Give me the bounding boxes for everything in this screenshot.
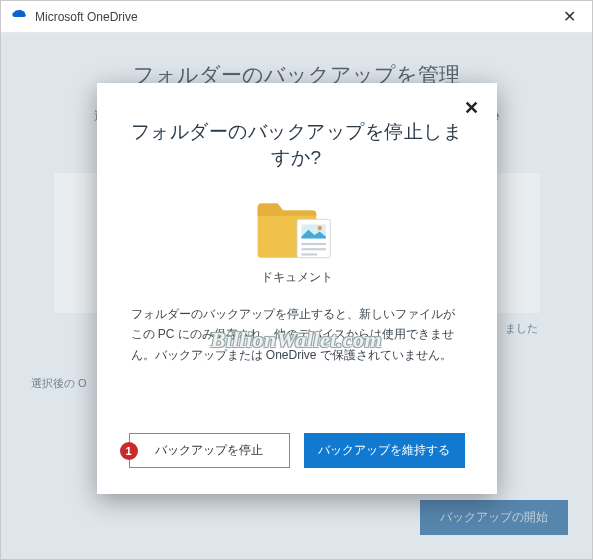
dialog-body-text: フォルダーのバックアップを停止すると、新しいファイルがこの PC にのみ保存され…	[129, 304, 465, 365]
folder-graphic: ドキュメント	[129, 193, 465, 286]
stop-button-label: バックアップを停止	[155, 443, 263, 457]
stop-backup-dialog: ✕ フォルダーのバックアップを停止しますか? ドキュメント フォルダーのバックア…	[97, 83, 497, 494]
dialog-button-row: 1 バックアップを停止 バックアップを維持する	[129, 433, 465, 468]
app-window: Microsoft OneDrive ✕ フォルダーのバックアップを管理 選択し…	[0, 0, 593, 560]
dialog-title: フォルダーのバックアップを停止しますか?	[129, 119, 465, 171]
window-close-button[interactable]: ✕	[557, 5, 582, 28]
folder-label: ドキュメント	[261, 269, 333, 286]
svg-point-2	[317, 226, 321, 230]
documents-folder-icon	[253, 193, 341, 263]
app-title: Microsoft OneDrive	[35, 10, 138, 24]
modal-overlay: ✕ フォルダーのバックアップを停止しますか? ドキュメント フォルダーのバックア…	[1, 33, 592, 559]
svg-rect-5	[301, 253, 317, 255]
stop-backup-button[interactable]: 1 バックアップを停止	[129, 433, 290, 468]
dialog-close-button[interactable]: ✕	[464, 97, 479, 119]
svg-rect-3	[301, 243, 326, 245]
keep-backup-button[interactable]: バックアップを維持する	[304, 433, 465, 468]
keep-button-label: バックアップを維持する	[318, 443, 450, 457]
onedrive-icon	[11, 9, 27, 25]
titlebar: Microsoft OneDrive ✕	[1, 1, 592, 33]
step-badge: 1	[120, 442, 138, 460]
titlebar-left: Microsoft OneDrive	[11, 9, 138, 25]
svg-rect-4	[301, 248, 326, 250]
